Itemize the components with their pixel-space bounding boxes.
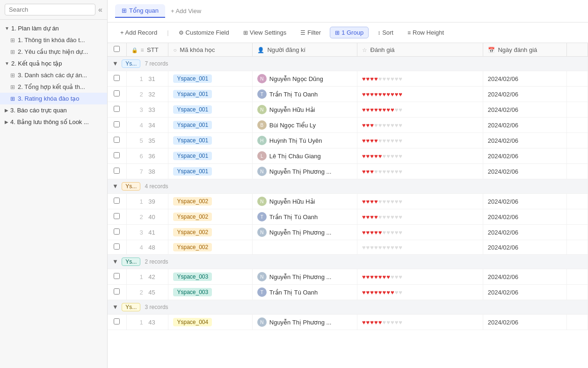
row-checkbox-cell[interactable] [108, 71, 126, 87]
group-header-g1: ▼ Ys... 7 records [108, 57, 588, 71]
sidebar-item-item5[interactable]: ⊞3. Rating khóa đào tạo [0, 93, 107, 104]
row-checkbox[interactable] [114, 198, 120, 204]
row-checkbox-cell[interactable] [108, 315, 126, 330]
row-rating-cell[interactable]: ♥♥♥♥♥♥♥♥♥♥ [357, 315, 483, 330]
hearts-container[interactable]: ♥♥♥♥♥♥♥♥♥♥ [362, 229, 478, 236]
group-badge[interactable]: Ys... [122, 59, 140, 68]
select-all-checkbox[interactable] [114, 46, 120, 52]
heart-filled: ♥ [370, 229, 374, 236]
group-label: 1. Plan làm dự án [11, 25, 59, 32]
row-checkbox-cell[interactable] [108, 269, 126, 285]
group-caret-icon[interactable]: ▼ [112, 60, 118, 67]
row-checkbox[interactable] [114, 318, 120, 324]
sidebar-item-item4[interactable]: ⊞2. Tổng hợp kết quả th... [0, 81, 107, 93]
row-date-cell: 2024/02/06 [483, 194, 566, 209]
hearts-container[interactable]: ♥♥♥♥♥♥♥♥♥♥ [362, 106, 478, 113]
row-checkbox[interactable] [114, 228, 120, 235]
item-label: 1. Thông tin khóa đào t... [18, 37, 85, 44]
group-caret-icon[interactable]: ▼ [112, 303, 118, 310]
sort-button[interactable]: ↕ Sort [372, 27, 399, 38]
row-checkbox[interactable] [114, 75, 120, 81]
row-checkbox-cell[interactable] [108, 164, 126, 179]
sidebar-group-title-group4[interactable]: ▶4. Bảng lưu thông số Look ... [0, 116, 107, 128]
hearts-container[interactable]: ♥♥♥♥♥♥♥♥♥♥ [362, 213, 478, 221]
search-input[interactable] [5, 4, 95, 15]
row-rating-cell[interactable]: ♥♥♥♥♥♥♥♥♥♥ [357, 209, 483, 225]
row-height-button[interactable]: ≡ Row Height [402, 27, 449, 38]
group-caret-icon[interactable]: ▼ [112, 183, 118, 190]
row-rating-cell[interactable]: ♥♥♥♥♥♥♥♥♥♥ [357, 225, 483, 240]
row-rating-cell[interactable]: ♥♥♥♥♥♥♥♥♥♥ [357, 164, 483, 179]
row-checkbox-cell[interactable] [108, 285, 126, 300]
row-rating-cell[interactable]: ♥♥♥♥♥♥♥♥♥♥ [357, 240, 483, 255]
row-rating-cell[interactable]: ♥♥♥♥♥♥♥♥♥♥ [357, 118, 483, 133]
hearts-container[interactable]: ♥♥♥♥♥♥♥♥♥♥ [362, 137, 478, 144]
group-badge[interactable]: Ys... [122, 303, 140, 311]
heart-empty: ♥ [382, 153, 386, 160]
row-checkbox[interactable] [114, 152, 120, 158]
row-date-cell: 2024/02/06 [483, 118, 566, 133]
sidebar-item-item3[interactable]: ⊞3. Danh sách các dự án... [0, 69, 107, 81]
row-checkbox[interactable] [114, 121, 120, 127]
hearts-container[interactable]: ♥♥♥♥♥♥♥♥♥♥ [362, 153, 478, 160]
sidebar-item-item1[interactable]: ⊞1. Thông tin khóa đào t... [0, 34, 107, 46]
hearts-container[interactable]: ♥♥♥♥♥♥♥♥♥♥ [362, 289, 478, 296]
sidebar-item-item2[interactable]: ⊞2. Yêu cầu thực hiện dự... [0, 46, 107, 58]
row-checkbox[interactable] [114, 90, 120, 96]
filter-button[interactable]: ☰ Filter [295, 27, 326, 38]
row-checkbox[interactable] [114, 243, 120, 250]
row-checkbox-cell[interactable] [108, 148, 126, 164]
hearts-container[interactable]: ♥♥♥♥♥♥♥♥♥♥ [362, 198, 478, 205]
row-checkbox-cell[interactable] [108, 209, 126, 225]
row-checkbox-cell[interactable] [108, 87, 126, 102]
view-settings-button[interactable]: ⊞ View Settings [238, 27, 292, 38]
row-rating-cell[interactable]: ♥♥♥♥♥♥♥♥♥♥ [357, 269, 483, 285]
row-rating-cell[interactable]: ♥♥♥♥♥♥♥♥♥♥ [357, 71, 483, 87]
sidebar-group-title-group3[interactable]: ▶3. Báo cáo trực quan [0, 104, 107, 116]
row-checkbox-cell[interactable] [108, 133, 126, 148]
row-checkbox-cell[interactable] [108, 225, 126, 240]
row-checkbox[interactable] [114, 273, 120, 279]
row-checkbox[interactable] [114, 137, 120, 143]
row-rating-cell[interactable]: ♥♥♥♥♥♥♥♥♥♥ [357, 285, 483, 300]
heart-filled: ♥ [386, 106, 390, 113]
sidebar-group-title-group1[interactable]: ▼1. Plan làm dự án [0, 22, 107, 34]
tab-tong-quan[interactable]: ⊞ Tổng quan [115, 4, 165, 18]
hearts-container[interactable]: ♥♥♥♥♥♥♥♥♥♥ [362, 91, 478, 98]
add-view-button[interactable]: + Add View [167, 6, 205, 16]
row-rating-cell[interactable]: ♥♥♥♥♥♥♥♥♥♥ [357, 102, 483, 118]
row-rating-cell[interactable]: ♥♥♥♥♥♥♥♥♥♥ [357, 148, 483, 164]
row-checkbox[interactable] [114, 213, 120, 219]
group-badge[interactable]: Ys... [122, 182, 140, 191]
heart-empty: ♥ [391, 75, 394, 82]
sidebar-group-title-group2[interactable]: ▼2. Kết quả học tập [0, 58, 107, 69]
row-rating-cell[interactable]: ♥♥♥♥♥♥♥♥♥♥ [357, 87, 483, 102]
group-badge[interactable]: Ys... [122, 258, 140, 266]
user-name: Trần Thị Tú Oanh [269, 91, 318, 98]
add-record-button[interactable]: + Add Record [115, 27, 162, 38]
heart-empty: ♥ [395, 213, 399, 221]
hearts-container[interactable]: ♥♥♥♥♥♥♥♥♥♥ [362, 319, 478, 326]
row-rating-cell[interactable]: ♥♥♥♥♥♥♥♥♥♥ [357, 133, 483, 148]
row-extra-cell [567, 240, 588, 255]
row-checkbox[interactable] [114, 288, 120, 294]
hearts-container[interactable]: ♥♥♥♥♥♥♥♥♥♥ [362, 75, 478, 82]
row-rating-cell[interactable]: ♥♥♥♥♥♥♥♥♥♥ [357, 194, 483, 209]
group-caret-icon[interactable]: ▼ [112, 258, 118, 265]
hearts-container[interactable]: ♥♥♥♥♥♥♥♥♥♥ [362, 122, 478, 129]
heart-empty: ♥ [366, 244, 370, 251]
row-checkbox-cell[interactable] [108, 194, 126, 209]
hearts-container[interactable]: ♥♥♥♥♥♥♥♥♥♥ [362, 244, 478, 251]
collapse-sidebar-button[interactable]: « [98, 6, 102, 14]
hearts-container[interactable]: ♥♥♥♥♥♥♥♥♥♥ [362, 273, 478, 280]
heart-empty: ♥ [391, 213, 394, 221]
row-checkbox-cell[interactable] [108, 102, 126, 118]
group-button[interactable]: ⊞ 1 Group [330, 27, 369, 38]
customize-field-button[interactable]: ⚙ Customize Field [174, 27, 234, 38]
row-checkbox[interactable] [114, 168, 120, 174]
row-checkbox-cell[interactable] [108, 118, 126, 133]
hearts-container[interactable]: ♥♥♥♥♥♥♥♥♥♥ [362, 168, 478, 175]
row-checkbox[interactable] [114, 106, 120, 112]
col-checkbox[interactable] [108, 43, 126, 57]
row-checkbox-cell[interactable] [108, 240, 126, 255]
